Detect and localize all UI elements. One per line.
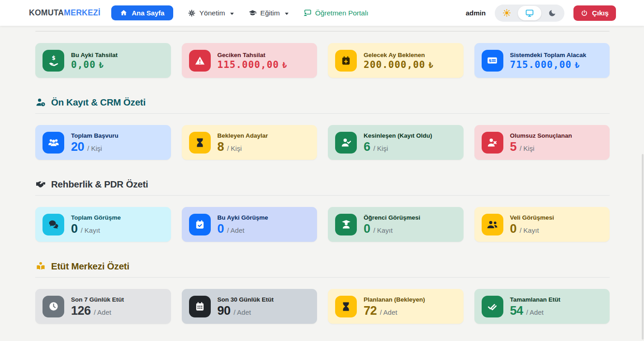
logout-label: Çıkış [592,9,609,17]
stat-card-ogrenci-gorusmesi: Öğrenci Görüşmesi 0 / Kayıt [328,207,464,242]
stat-card-kesinlesen: Kesinleşen (Kayıt Oldu) 6 / Kişi [328,125,464,160]
theme-light-button[interactable] [496,6,518,20]
card-unit: / Adet [526,308,544,316]
card-label: Son 7 Günlük Etüt [71,296,124,303]
card-value: 0 [364,223,370,235]
home-icon [120,9,128,17]
section-pdr: Rehberlik & PDR Özeti Toplam Görüşme 0 /… [35,179,610,242]
card-value: 0 [218,223,224,235]
chevron-down-icon [285,13,289,15]
theme-switcher [495,5,564,22]
hourglass-icon [189,132,211,154]
stat-card-veli-gorusmesi: Veli Görüşmesi 0 / Kayıt [474,207,610,242]
nav-home-label: Ana Sayfa [132,9,165,17]
section-header: Rehberlik & PDR Özeti [35,179,610,196]
handshake-icon [35,179,46,190]
logout-button[interactable]: Çıkış [573,5,616,21]
user-graduate-icon [335,214,357,235]
card-unit: / Adet [380,308,397,316]
section-divider [35,31,610,32]
card-unit: / Adet [234,308,251,316]
card-label: Bu Ayki Görüşme [218,214,268,221]
card-unit: / Kayıt [520,226,539,234]
graduation-cap-icon [248,9,257,17]
nav-home-button[interactable]: Ana Sayfa [111,5,173,20]
stat-card-bu-ayki-tahsilat: $ Bu Ayki Tahsilat 0,00 ₺ [35,43,171,78]
card-label: Son 30 Günlük Etüt [218,296,274,303]
navbar-right: admin [466,5,616,22]
vertical-scrollbar[interactable] [642,154,644,340]
card-label: Toplam Başvuru [71,132,118,139]
check-double-icon [482,296,503,317]
card-value: 115.000,00 [218,60,279,70]
card-unit: / Adet [227,226,244,234]
card-label: Tamamlanan Etüt [510,296,561,303]
card-unit: / Kişi [520,144,535,152]
app-logo[interactable]: KOMUTAMERKEZİ [29,8,100,18]
triangle-exclamation-icon [189,50,211,72]
brand-part-2: MERKEZİ [64,8,100,17]
chevron-down-icon [230,13,234,15]
card-label: Toplam Görüşme [71,214,121,221]
nav-management-label: Yönetim [199,9,225,17]
theme-dark-button[interactable] [541,6,563,20]
stat-card-toplam-alacak: $ Sistemdeki Toplam Alacak 715.000,00 ₺ [474,43,610,78]
card-unit: / Adet [94,308,111,316]
section-header: Ön Kayıt & CRM Özeti [35,97,610,114]
crm-cards-row: Toplam Başvuru 20 / Kişi Bekleyen Adayla… [35,125,610,160]
nav-education-dropdown[interactable]: Eğitim [248,9,289,17]
card-label: Bu Ayki Tahsilat [71,52,118,58]
card-value: 54 [510,305,523,317]
stat-card-toplam-gorusme: Toplam Görüşme 0 / Kayıt [35,207,171,242]
card-value: 200.000,00 [364,60,425,70]
section-etut: Etüt Merkezi Özeti Son 7 Günlük Etüt 126… [35,261,610,324]
stat-card-son-7-gunluk: Son 7 Günlük Etüt 126 / Adet [35,289,171,324]
nav-teacher-portal-link[interactable]: Öğretmen Portalı [303,9,369,17]
sun-icon [502,9,511,17]
card-unit: / Kişi [87,144,102,152]
power-icon [581,10,588,17]
calendar-plus-icon [335,50,357,72]
card-label: Veli Görüşmesi [510,214,554,221]
monitor-icon [525,9,534,18]
card-label: Olumsuz Sonuçlanan [510,132,572,139]
nav-management-dropdown[interactable]: Yönetim [188,9,234,17]
card-value: 90 [218,305,231,317]
nav-teacher-portal-label: Öğretmen Portalı [315,9,369,17]
card-unit: / Kayıt [374,226,393,234]
stat-card-gelecek-ay-beklenen: Gelecek Ay Beklenen 200.000,00 ₺ [328,43,464,78]
hourglass-icon [335,296,357,317]
clock-icon [43,296,64,317]
user-check-icon [335,132,357,154]
stat-card-planlanan: Planlanan (Bekleyen) 72 / Adet [328,289,464,324]
calendar-check-icon [189,214,211,235]
stat-card-olumsuz: Olumsuz Sonuçlanan 5 / Kişi [474,125,610,160]
section-header: Etüt Merkezi Özeti [35,261,610,278]
book-open-reader-icon [35,261,46,272]
user-clock-icon [35,97,46,108]
dashboard-content: $ Bu Ayki Tahsilat 0,00 ₺ [0,31,644,324]
etut-cards-row: Son 7 Günlük Etüt 126 / Adet [35,289,610,324]
stat-card-tamamlanan: Tamamlanan Etüt 54 / Adet [474,289,610,324]
card-value: 72 [364,305,377,317]
users-icon [43,132,64,154]
theme-system-button[interactable] [518,6,541,20]
card-value: 0,00 [71,60,96,70]
svg-text:$: $ [488,58,492,63]
user-group-icon [482,214,503,235]
currency-symbol: ₺ [575,61,579,70]
section-title: Etüt Merkezi Özeti [51,261,129,272]
stat-card-bekleyen-adaylar: Bekleyen Adaylar 8 / Kişi [182,125,317,160]
username-label: admin [466,9,486,17]
card-value: 715.000,00 [510,60,572,70]
card-value: 0 [71,223,78,235]
card-label: Gelecek Ay Beklenen [364,52,433,58]
currency-symbol: ₺ [428,61,433,70]
hand-holding-dollar-icon: $ [43,50,64,72]
currency-symbol: ₺ [282,61,287,70]
card-value: 6 [364,141,370,153]
section-title: Rehberlik & PDR Özeti [51,179,148,190]
card-label: Sistemdeki Toplam Alacak [510,52,587,58]
card-value: 8 [218,141,224,153]
gears-icon [188,9,196,17]
